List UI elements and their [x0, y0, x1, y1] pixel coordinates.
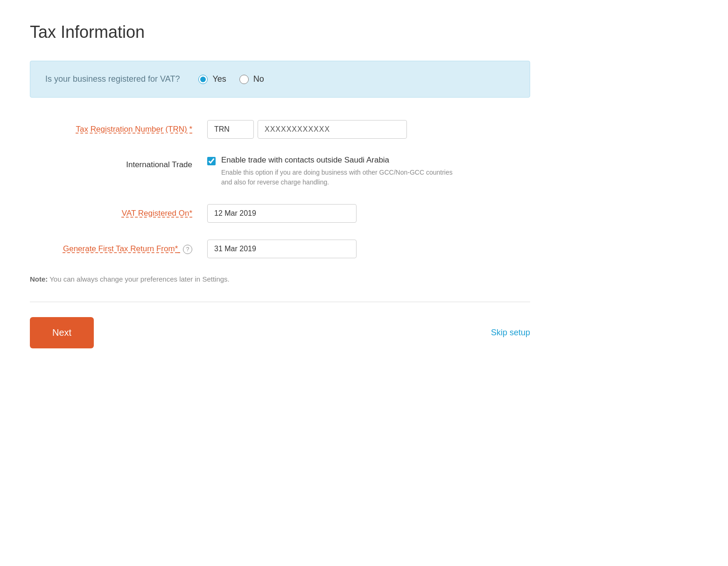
- vat-registered-on-input[interactable]: [207, 204, 357, 223]
- vat-question-label: Is your business registered for VAT?: [45, 74, 180, 84]
- generate-first-tax-row: Generate First Tax Return From* ?: [30, 240, 530, 258]
- next-button[interactable]: Next: [30, 317, 94, 348]
- note-text: You can always change your preferences l…: [49, 275, 230, 283]
- vat-banner: Is your business registered for VAT? Yes…: [30, 61, 530, 98]
- vat-registered-on-control: [207, 204, 530, 223]
- form-section: Tax Registration Number (TRN) * Internat…: [30, 120, 530, 258]
- vat-registered-on-row: VAT Registered On*: [30, 204, 530, 223]
- vat-yes-radio[interactable]: [198, 75, 208, 84]
- footer-actions: Next Skip setup: [30, 317, 530, 348]
- international-trade-checkbox-label: Enable trade with contacts outside Saudi…: [221, 156, 464, 165]
- generate-first-tax-control: [207, 240, 530, 258]
- international-trade-row: International Trade Enable trade with co…: [30, 156, 530, 187]
- note-prefix: Note:: [30, 275, 48, 283]
- vat-yes-option[interactable]: Yes: [198, 74, 226, 84]
- international-trade-control: Enable trade with contacts outside Saudi…: [207, 156, 530, 187]
- trn-number-input[interactable]: [258, 120, 407, 139]
- vat-no-option[interactable]: No: [239, 74, 264, 84]
- vat-yes-label: Yes: [212, 74, 226, 84]
- trn-label: Tax Registration Number (TRN) *: [30, 120, 207, 134]
- trn-prefix-input[interactable]: [207, 120, 254, 139]
- vat-no-label: No: [253, 74, 264, 84]
- vat-no-radio[interactable]: [239, 75, 249, 84]
- generate-first-tax-label: Generate First Tax Return From* ?: [30, 240, 207, 254]
- international-trade-checkbox[interactable]: [207, 157, 216, 165]
- international-trade-checkbox-row: Enable trade with contacts outside Saudi…: [207, 156, 530, 187]
- vat-radio-group: Yes No: [198, 74, 264, 84]
- trn-inputs-group: [207, 120, 530, 139]
- international-trade-text-group: Enable trade with contacts outside Saudi…: [221, 156, 464, 187]
- international-trade-description: Enable this option if you are doing busi…: [221, 168, 464, 187]
- skip-setup-link[interactable]: Skip setup: [491, 328, 530, 338]
- trn-row: Tax Registration Number (TRN) *: [30, 120, 530, 139]
- generate-first-tax-help-icon[interactable]: ?: [183, 245, 192, 254]
- page-title: Tax Information: [30, 22, 530, 42]
- international-trade-label: International Trade: [30, 156, 207, 170]
- footer-divider: [30, 302, 530, 302]
- note-section: Note: You can always change your prefere…: [30, 275, 530, 283]
- vat-registered-on-label: VAT Registered On*: [30, 204, 207, 218]
- generate-first-tax-input[interactable]: [207, 240, 357, 258]
